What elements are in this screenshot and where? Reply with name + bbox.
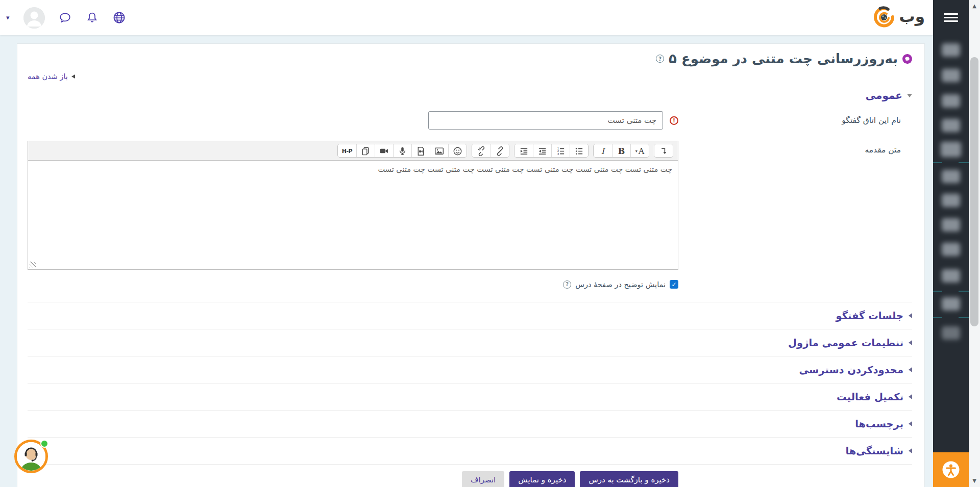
- media-file-icon[interactable]: [411, 144, 430, 158]
- logo-swirl-icon: [872, 5, 896, 31]
- notifications-bell-icon[interactable]: [86, 11, 99, 24]
- sidebar-item-blurred[interactable]: [942, 43, 960, 57]
- bold-icon[interactable]: B: [612, 144, 630, 158]
- ordered-list-icon[interactable]: 123: [551, 144, 570, 158]
- sidebar-item-blurred[interactable]: [942, 69, 960, 82]
- toolbar-group-links: [472, 144, 509, 158]
- section-common-module-settings[interactable]: تنظیمات عمومی ماژول: [28, 329, 912, 356]
- scroll-down-arrow-icon[interactable]: ▼: [969, 477, 980, 485]
- chevron-down-icon[interactable]: ▾: [6, 14, 10, 21]
- user-avatar[interactable]: [23, 7, 45, 29]
- sidebar-item-blurred[interactable]: [942, 297, 960, 311]
- support-chat-widget[interactable]: [14, 440, 48, 473]
- sidebar-item-blurred[interactable]: [942, 94, 960, 108]
- accessibility-button[interactable]: [933, 452, 969, 487]
- cancel-button[interactable]: انصراف: [462, 471, 504, 487]
- expand-all-row: باز شدن همه: [28, 71, 912, 82]
- messages-icon[interactable]: [59, 11, 72, 24]
- save-return-button[interactable]: ذخیره و بازگشت به درس: [580, 471, 678, 487]
- section-general-header[interactable]: عمومی: [28, 89, 912, 102]
- outdent-icon[interactable]: [533, 144, 551, 158]
- video-icon[interactable]: [375, 144, 393, 158]
- toolbar-group-format: I B ▾A: [593, 144, 649, 158]
- collapsed-triangle-icon: [909, 340, 912, 345]
- sidebar-item-blurred[interactable]: [942, 194, 960, 207]
- title-help-icon[interactable]: ?: [656, 55, 664, 63]
- form-actions: ذخیره و بازگشت به درس ذخیره و نمایش انصر…: [28, 464, 912, 487]
- chat-name-input[interactable]: [428, 111, 663, 130]
- section-restrict-access[interactable]: محدودکردن دسترسی: [28, 356, 912, 383]
- collapse-triangle-icon: [71, 74, 75, 79]
- microphone-icon[interactable]: [393, 144, 411, 158]
- topbar-actions: ▾: [6, 0, 126, 35]
- language-globe-icon[interactable]: [113, 11, 126, 24]
- svg-text:3: 3: [557, 152, 559, 156]
- scroll-up-arrow-icon[interactable]: ▲: [969, 2, 980, 10]
- emoji-icon[interactable]: [448, 144, 467, 158]
- section-expanded-caret-icon: [907, 94, 912, 97]
- collapsed-triangle-icon: [909, 394, 912, 399]
- paste-icon[interactable]: [356, 144, 375, 158]
- link-icon[interactable]: [491, 144, 509, 158]
- sidebar-divider: [933, 162, 969, 163]
- sidebar-divider: [933, 291, 969, 292]
- intro-label: متن مقدمه: [678, 141, 912, 155]
- page-header: به‌روزرسانی چت متنی در موضوع ۵ ?: [28, 50, 912, 67]
- indent-icon[interactable]: [514, 144, 533, 158]
- form-card: به‌روزرسانی چت متنی در موضوع ۵ ? باز شدن…: [17, 43, 925, 487]
- collapsed-triangle-icon: [909, 367, 912, 372]
- show-description-label: نمایش توضیح در صفحهٔ درس: [575, 280, 666, 289]
- collapsed-sections: جلسات گفتگو تنظیمات عمومی ماژول محدودکرد…: [28, 302, 912, 464]
- sidebar-item-blurred[interactable]: [942, 170, 960, 183]
- section-general-title: عمومی: [866, 89, 902, 101]
- intro-row: متن مقدمه H-P: [28, 141, 912, 270]
- unordered-list-icon[interactable]: [570, 144, 588, 158]
- image-icon[interactable]: [430, 144, 448, 158]
- topbar: ▾ وب: [0, 0, 933, 35]
- sidebar-item-blurred[interactable]: [942, 218, 960, 232]
- scrollbar-thumb[interactable]: [970, 57, 978, 326]
- avatar-icon: [23, 7, 45, 29]
- online-status-dot: [40, 440, 48, 448]
- required-field-icon: !: [670, 116, 678, 125]
- h5p-icon[interactable]: H-P: [338, 144, 356, 158]
- accessibility-icon: [941, 460, 961, 479]
- page-title: به‌روزرسانی چت متنی در موضوع ۵: [669, 52, 898, 65]
- chat-module-icon: [902, 54, 912, 64]
- section-chat-sessions[interactable]: جلسات گفتگو: [28, 302, 912, 329]
- collapsed-triangle-icon: [909, 448, 912, 453]
- show-description-checkbox[interactable]: [670, 280, 678, 289]
- chat-name-label: نام این اتاق گفتگو: [678, 111, 912, 125]
- sidebar-item-blurred[interactable]: [942, 326, 960, 340]
- chat-name-row: نام این اتاق گفتگو !: [28, 111, 912, 130]
- logo-text: وب: [899, 7, 925, 29]
- sidebar-item-blurred[interactable]: [942, 119, 960, 132]
- site-logo[interactable]: وب: [872, 4, 925, 32]
- sidebar-item-blurred[interactable]: [941, 142, 961, 157]
- section-tags[interactable]: برچسب‌ها: [28, 410, 912, 437]
- show-description-help-icon[interactable]: ?: [563, 280, 571, 289]
- section-activity-completion[interactable]: تکمیل فعالیت: [28, 383, 912, 410]
- collapsed-triangle-icon: [909, 421, 912, 426]
- expand-all-link[interactable]: باز شدن همه: [28, 72, 68, 81]
- sidebar-divider: [933, 317, 969, 318]
- toolbar-group-direction: [654, 144, 673, 158]
- right-sidebar: [933, 0, 969, 487]
- unlink-icon[interactable]: [472, 144, 491, 158]
- show-description-row: نمایش توضیح در صفحهٔ درس ?: [28, 280, 912, 289]
- toolbar-group-media: H-P: [337, 144, 467, 158]
- sidebar-item-blurred[interactable]: [942, 243, 960, 256]
- save-display-button[interactable]: ذخیره و نمایش: [509, 471, 575, 487]
- editor-toolbar: H-P: [28, 141, 678, 161]
- italic-icon[interactable]: I: [594, 144, 612, 158]
- intro-editor-area[interactable]: چت متنی تست چت متنی تست چت متنی تست چت م…: [28, 161, 678, 270]
- menu-hamburger-icon[interactable]: [944, 11, 958, 24]
- toolbar-group-lists: 123: [514, 144, 589, 158]
- sidebar-item-blurred[interactable]: [942, 269, 960, 283]
- page-scrollbar: ▲ ▼: [969, 0, 980, 487]
- font-style-icon[interactable]: ▾A: [630, 144, 649, 158]
- rtl-direction-icon[interactable]: [654, 144, 673, 158]
- section-competencies[interactable]: شایستگی‌ها: [28, 437, 912, 464]
- collapsed-triangle-icon: [909, 313, 912, 318]
